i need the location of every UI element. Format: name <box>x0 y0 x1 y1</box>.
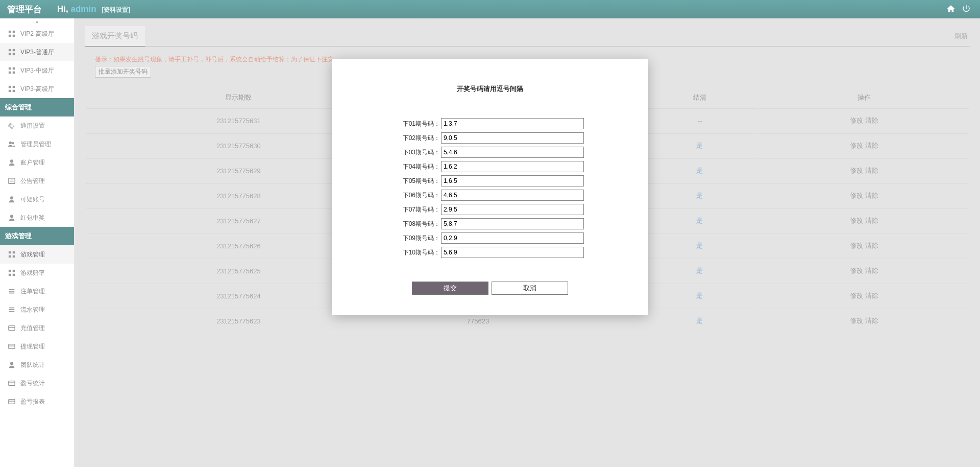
period-input[interactable] <box>441 118 584 129</box>
modal-title: 开奖号码请用逗号间隔 <box>352 84 628 94</box>
period-input[interactable] <box>441 175 584 186</box>
period-label: 下10期号码： <box>396 248 440 257</box>
modal-row: 下04期号码： <box>352 161 628 172</box>
period-label: 下08期号码： <box>396 220 440 228</box>
modal-row: 下10期号码： <box>352 247 628 258</box>
modal-overlay[interactable]: 开奖号码请用逗号间隔 下01期号码：下02期号码：下03期号码：下04期号码：下… <box>0 0 980 467</box>
period-input[interactable] <box>441 247 584 258</box>
modal-row: 下05期号码： <box>352 175 628 186</box>
modal-row: 下03期号码： <box>352 147 628 158</box>
submit-button[interactable]: 提交 <box>412 282 488 295</box>
modal-row: 下09期号码： <box>352 232 628 244</box>
period-input[interactable] <box>441 204 584 215</box>
modal-row: 下06期号码： <box>352 190 628 201</box>
modal-buttons: 提交 取消 <box>352 282 628 295</box>
period-input[interactable] <box>441 161 584 172</box>
period-label: 下05期号码： <box>396 177 440 185</box>
modal-row: 下08期号码： <box>352 218 628 229</box>
period-label: 下01期号码： <box>396 120 440 128</box>
modal-row: 下02期号码： <box>352 132 628 144</box>
period-label: 下06期号码： <box>396 191 440 200</box>
period-input[interactable] <box>441 147 584 158</box>
cancel-button[interactable]: 取消 <box>492 282 568 295</box>
period-input[interactable] <box>441 132 584 144</box>
period-input[interactable] <box>441 190 584 201</box>
modal-row: 下01期号码： <box>352 118 628 129</box>
period-input[interactable] <box>441 218 584 229</box>
period-label: 下09期号码： <box>396 234 440 243</box>
modal-dialog: 开奖号码请用逗号间隔 下01期号码：下02期号码：下03期号码：下04期号码：下… <box>332 59 648 315</box>
period-input[interactable] <box>441 232 584 244</box>
period-label: 下03期号码： <box>396 148 440 157</box>
period-label: 下02期号码： <box>396 134 440 143</box>
period-label: 下04期号码： <box>396 162 440 171</box>
period-label: 下07期号码： <box>396 205 440 214</box>
modal-row: 下07期号码： <box>352 204 628 215</box>
